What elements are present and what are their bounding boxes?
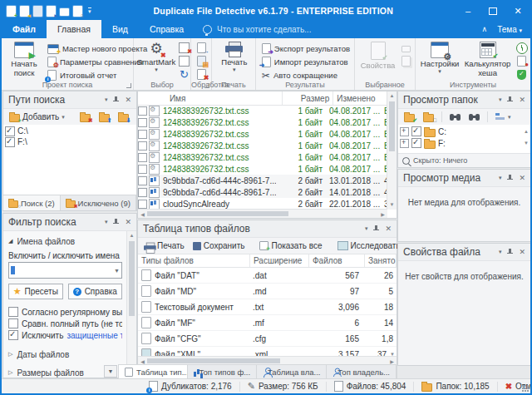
rename-selected-button[interactable] (399, 42, 413, 54)
column-size[interactable]: Размер (283, 91, 333, 105)
row-checkbox[interactable] (138, 176, 147, 185)
help-button[interactable]: ? Справка (68, 284, 123, 299)
close-icon[interactable]: ✕ (519, 248, 525, 256)
scrollbar-thumb[interactable] (147, 211, 288, 216)
pin-icon[interactable] (113, 96, 119, 104)
column-space[interactable]: Занято фай (365, 254, 397, 267)
tab-top-owners[interactable]: Топ владель... (327, 365, 397, 379)
section-file-names[interactable]: ◢ Имена файлов (8, 235, 122, 248)
column-file-types[interactable]: Типы файлов (138, 254, 250, 267)
column-extension[interactable]: Расширение (250, 254, 309, 267)
delete-files-button[interactable]: ✖ (195, 68, 209, 81)
pin-icon[interactable] (507, 175, 513, 182)
tree-item[interactable]: C: ▲ (400, 126, 529, 137)
scrollbar-thumb[interactable] (147, 358, 280, 363)
table-row[interactable]: 1248383926732.txt.css1 байт04.08.2017 ..… (138, 116, 387, 128)
pin-icon[interactable] (113, 219, 119, 226)
explore-button[interactable]: Исследовать (335, 240, 403, 251)
scroll-up-icon[interactable]: ▲ (524, 129, 529, 134)
close-icon[interactable]: ✕ (125, 218, 131, 226)
auto-reduce-button[interactable]: ✂ Авто сокращение (259, 69, 352, 81)
preview-icon[interactable]: ○ (73, 6, 82, 17)
clear-marks-button[interactable] (177, 55, 191, 67)
find-next-button[interactable] (447, 111, 463, 122)
protected-types-link[interactable]: защищенные типы фа (66, 331, 122, 340)
settings-button[interactable]: ⚙ Настройки ▾ (419, 41, 461, 75)
scrollbar-thumb[interactable] (389, 101, 395, 151)
tab-home[interactable]: Главная (47, 20, 101, 38)
hash-calculator-button[interactable]: ✔ Калькулятор хеша (462, 41, 513, 78)
panel-menu-icon[interactable]: ▾ (105, 96, 108, 103)
path-checkbox[interactable] (5, 126, 15, 136)
theme-dropdown[interactable]: Тема ▾ (497, 25, 522, 34)
panel-menu-icon[interactable]: ▾ (365, 225, 368, 232)
list-item[interactable]: C:\ (5, 126, 135, 136)
table-row[interactable]: cloudSyncAlready2 байт22.01.2018 ...39A2… (138, 198, 387, 210)
properties-button[interactable]: ✔ Свойства (358, 41, 397, 72)
table-row[interactable]: 9c9bbda7-cd6d-444c-8961-7...2 байт13.01.… (138, 175, 387, 186)
move-path-down-button[interactable]: ⬇ (116, 111, 131, 123)
tell-me-search[interactable]: Что вы хотите сделать... (203, 20, 311, 38)
save-table-button[interactable]: Сохранить (190, 240, 248, 251)
fullpath-checkbox[interactable] (8, 318, 18, 328)
table-row[interactable]: 1248383926732.txt.css1 байт04.08.2017 ..… (138, 140, 387, 151)
tab-type-table[interactable]: Таблица тип... (119, 365, 188, 379)
tab-overflow-dropdown[interactable]: ▼ (104, 365, 117, 378)
row-checkbox[interactable] (138, 200, 147, 209)
tree-item[interactable]: F: ▼ (400, 137, 529, 149)
expand-icon[interactable] (400, 139, 409, 148)
table-row[interactable]: 1248383926732.txt.css1 байт04.08.2017 ..… (138, 128, 387, 140)
exclude-protected-checkbox-row[interactable]: Исключить защищенные типы фа (8, 329, 122, 341)
move-files-button[interactable]: → (195, 42, 209, 54)
pin-icon[interactable] (507, 96, 513, 104)
exclude-protected-checkbox[interactable] (8, 330, 18, 340)
folder-checkbox[interactable] (411, 138, 421, 148)
tab-top-types[interactable]: Топ типов ф... (188, 365, 258, 379)
tab-file[interactable]: Файл (2, 20, 47, 38)
results-vertical-scrollbar[interactable]: ▲ ▼ (387, 91, 397, 210)
add-path-button[interactable]: ＋ Добавить ▾ (7, 111, 67, 123)
column-modified[interactable]: Изменено (333, 91, 389, 105)
copy-selected-button[interactable] (399, 55, 413, 67)
minimize-button[interactable]: – (456, 2, 480, 20)
row-checkbox[interactable] (138, 188, 147, 197)
table-row[interactable]: 1248383926732.txt.css1 байт04.08.2017 ..… (138, 163, 387, 175)
folder-checkbox[interactable] (411, 126, 421, 136)
processing-dialog-launcher-icon[interactable] (204, 83, 209, 88)
scroll-left-icon[interactable]: ◀ (138, 211, 147, 217)
row-checkbox[interactable] (138, 165, 147, 174)
table-row[interactable]: Файл "DAT".dat56726 (138, 268, 397, 284)
close-icon[interactable]: ✕ (125, 96, 131, 104)
print-icon[interactable] (60, 8, 69, 16)
print-table-button[interactable]: Печать (141, 240, 187, 251)
protection-button[interactable] (515, 68, 529, 81)
scroll-left-icon[interactable]: ◀ (138, 358, 147, 364)
column-files[interactable]: Файлов (309, 254, 365, 267)
panel-menu-icon[interactable]: ▾ (105, 219, 108, 225)
regex-checkbox-row[interactable]: Согласно регулярному выражени (8, 306, 122, 318)
section-file-dates[interactable]: ▷ Даты файлов (8, 348, 122, 361)
export-icon[interactable]: ▸ (47, 6, 56, 17)
maximize-button[interactable] (480, 2, 505, 20)
scrollbar-thumb[interactable] (129, 241, 135, 316)
print-button[interactable]: Печать ▾ (215, 41, 254, 73)
report-button[interactable]: ● (515, 55, 529, 67)
scroll-right-icon[interactable]: ▶ (378, 211, 387, 217)
path-checkbox[interactable] (5, 137, 15, 147)
row-checkbox[interactable] (138, 153, 147, 162)
filter-scrollbar[interactable]: ▲ ▼ (126, 231, 136, 378)
column-name[interactable]: Имя (166, 91, 283, 105)
regex-checkbox[interactable] (8, 307, 18, 317)
list-item[interactable]: F:\ (5, 136, 135, 147)
pin-icon[interactable] (373, 225, 379, 233)
tab-search-paths[interactable]: ○ Поиск (2) (3, 195, 61, 210)
close-icon[interactable]: ✕ (385, 225, 392, 233)
close-icon[interactable]: ✕ (519, 96, 525, 104)
resize-grip[interactable] (522, 385, 529, 392)
scroll-up-icon[interactable]: ▲ (387, 91, 397, 101)
table-row[interactable]: Файл "CFG".cfg1651,8 (138, 331, 397, 347)
save-icon[interactable] (33, 6, 42, 17)
refresh-marks-button[interactable]: ↻ (177, 68, 191, 81)
tab-excluded-paths[interactable]: ✖ Исключено (9) (61, 195, 136, 210)
schedule-button[interactable] (515, 42, 529, 54)
